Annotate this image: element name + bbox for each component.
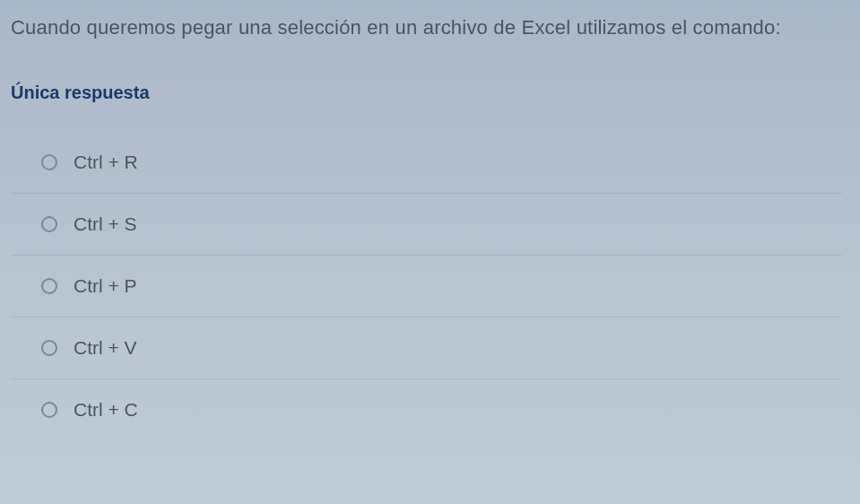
option-row[interactable]: Ctrl + R (11, 132, 842, 194)
option-label: Ctrl + C (74, 399, 138, 421)
question-text: Cuando queremos pegar una selección en u… (11, 16, 842, 39)
radio-icon[interactable] (41, 278, 57, 294)
answer-type-label: Única respuesta (11, 83, 842, 103)
option-label: Ctrl + P (74, 275, 137, 297)
option-row[interactable]: Ctrl + C (11, 379, 842, 421)
radio-icon[interactable] (41, 154, 57, 170)
option-label: Ctrl + S (74, 213, 137, 235)
option-row[interactable]: Ctrl + V (11, 317, 842, 379)
radio-icon[interactable] (41, 402, 57, 418)
option-row[interactable]: Ctrl + S (11, 194, 842, 256)
radio-icon[interactable] (41, 216, 57, 232)
options-list: Ctrl + R Ctrl + S Ctrl + P Ctrl + V Ctrl… (11, 132, 842, 421)
radio-icon[interactable] (41, 340, 57, 356)
option-row[interactable]: Ctrl + P (11, 256, 842, 317)
option-label: Ctrl + V (74, 337, 137, 359)
option-label: Ctrl + R (74, 152, 138, 173)
